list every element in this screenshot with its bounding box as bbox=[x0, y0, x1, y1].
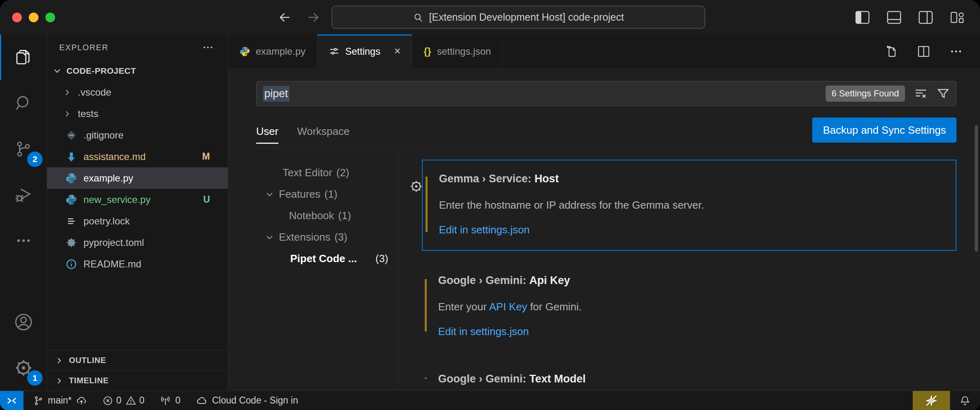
toc-features[interactable]: Features (1) bbox=[228, 184, 398, 205]
cloud-icon bbox=[196, 395, 208, 407]
activity-more[interactable] bbox=[0, 218, 47, 263]
minimize-window-button[interactable] bbox=[29, 13, 39, 22]
tree-item-vscode[interactable]: .vscode bbox=[47, 81, 228, 103]
search-icon bbox=[413, 12, 424, 23]
activity-search[interactable] bbox=[0, 80, 47, 126]
zoom-window-button[interactable] bbox=[45, 13, 55, 22]
debug-icon bbox=[14, 186, 33, 204]
tree-item-pyproject-toml[interactable]: pyproject.toml bbox=[47, 232, 228, 253]
toggle-panel-icon[interactable] bbox=[887, 11, 901, 24]
cloud-code-status-item[interactable]: Cloud Code - Sign in bbox=[196, 395, 298, 407]
tree-item-tests[interactable]: tests bbox=[47, 103, 228, 124]
results-count-badge: 6 Settings Found bbox=[826, 85, 905, 102]
edit-in-settings-json-link[interactable]: Edit in settings.json bbox=[439, 224, 944, 236]
scrollbar-thumb[interactable] bbox=[975, 125, 978, 252]
setting-gear-icon[interactable] bbox=[409, 179, 424, 194]
timeline-section[interactable]: TIMELINE bbox=[47, 370, 228, 391]
activity-run-debug[interactable] bbox=[0, 172, 47, 218]
forward-arrow-icon[interactable] bbox=[306, 11, 320, 24]
errors-icon bbox=[103, 395, 113, 406]
chevron-down-icon bbox=[52, 66, 62, 76]
title-bar: [Extension Development Host] code-projec… bbox=[0, 0, 980, 34]
toc-pipet-code[interactable]: Pipet Code ... (3) bbox=[228, 248, 398, 269]
open-settings-json-icon[interactable] bbox=[884, 44, 898, 59]
settings-sliders-icon bbox=[329, 46, 340, 57]
notifications-status-item[interactable] bbox=[950, 391, 980, 410]
explorer-title: EXPLORER bbox=[59, 43, 109, 52]
markdown-icon bbox=[66, 151, 77, 162]
vscode-window: [Extension Development Host] code-projec… bbox=[0, 0, 980, 410]
outline-section[interactable]: OUTLINE bbox=[47, 350, 228, 370]
git-status-badge: M bbox=[202, 151, 210, 162]
git-status-badge: U bbox=[203, 194, 210, 205]
edit-in-settings-json-link[interactable]: Edit in settings.json bbox=[438, 325, 944, 338]
filter-icon[interactable] bbox=[937, 87, 950, 100]
activity-source-control[interactable]: 2 bbox=[0, 126, 47, 172]
clear-search-icon[interactable] bbox=[914, 87, 928, 100]
info-icon bbox=[66, 258, 77, 270]
tab-settings[interactable]: Settings × bbox=[317, 34, 413, 68]
editor-group: example.py Settings × {} settings.json bbox=[228, 34, 980, 391]
api-key-link[interactable]: API Key bbox=[489, 301, 527, 313]
toggle-secondary-sidebar-icon[interactable] bbox=[918, 11, 933, 24]
modified-indicator bbox=[425, 378, 427, 379]
more-actions-icon[interactable] bbox=[949, 45, 963, 58]
publish-changes-icon bbox=[76, 395, 87, 406]
setting-gemini-api-key[interactable]: Google › Gemini: Api Key Enter your API … bbox=[422, 263, 956, 349]
settings-editor: pipet 6 Settings Found Use bbox=[228, 68, 980, 391]
toc-notebook[interactable]: Notebook (1) bbox=[228, 205, 398, 226]
settings-list: Gemma › Service: Host Enter the hostname… bbox=[398, 147, 980, 391]
tree-item-readme-md[interactable]: README.md bbox=[47, 253, 228, 275]
customize-layout-icon[interactable] bbox=[950, 11, 965, 24]
backup-sync-button[interactable]: Backup and Sync Settings bbox=[812, 117, 956, 143]
settings-search-input[interactable]: pipet 6 Settings Found bbox=[256, 81, 956, 106]
activity-account[interactable] bbox=[0, 299, 47, 345]
close-icon[interactable]: × bbox=[394, 45, 400, 58]
setting-gemma-host[interactable]: Gemma › Service: Host Enter the hostname… bbox=[422, 160, 956, 251]
tree-item-example-py[interactable]: example.py bbox=[47, 167, 228, 189]
tree-item-assistance-md[interactable]: assistance.md M bbox=[47, 146, 228, 167]
toc-extensions[interactable]: Extensions (3) bbox=[228, 226, 398, 248]
python-icon bbox=[66, 194, 77, 205]
chevron-right-icon bbox=[62, 109, 72, 119]
back-arrow-icon[interactable] bbox=[278, 11, 292, 24]
tab-example-py[interactable]: example.py bbox=[228, 34, 317, 68]
scope-user[interactable]: User bbox=[256, 116, 278, 147]
explorer-more-icon[interactable] bbox=[202, 41, 214, 53]
toggle-primary-sidebar-icon[interactable] bbox=[855, 11, 870, 24]
close-window-button[interactable] bbox=[12, 13, 22, 22]
tab-bar: example.py Settings × {} settings.json bbox=[228, 34, 980, 68]
explorer-sidebar: EXPLORER CODE-PROJECT .vscode bbox=[47, 34, 228, 391]
setting-gemini-text-model[interactable]: Google › Gemini: Text Model bbox=[422, 361, 956, 391]
problems-status-item[interactable]: 0 0 bbox=[103, 395, 145, 406]
explorer-root-folder[interactable]: CODE-PROJECT bbox=[47, 60, 228, 81]
json-icon: {} bbox=[424, 46, 431, 57]
command-center[interactable]: [Extension Development Host] code-projec… bbox=[332, 6, 705, 29]
ports-status-item[interactable]: 0 bbox=[160, 395, 180, 406]
chevron-down-icon bbox=[264, 189, 275, 200]
modified-indicator bbox=[426, 177, 428, 232]
status-bar: main* 0 0 bbox=[0, 391, 980, 410]
tab-label: settings.json bbox=[437, 46, 491, 57]
traffic-lights bbox=[12, 13, 55, 22]
git-branch-icon bbox=[33, 395, 44, 406]
scm-badge: 2 bbox=[27, 152, 43, 167]
tree-item-gitignore[interactable]: .gitignore bbox=[47, 124, 228, 146]
scope-workspace[interactable]: Workspace bbox=[297, 116, 350, 147]
remote-indicator[interactable] bbox=[0, 391, 24, 410]
activity-settings[interactable]: 1 bbox=[0, 345, 47, 391]
activity-bar: 2 bbox=[0, 34, 47, 391]
branch-status-item[interactable]: main* bbox=[33, 395, 87, 406]
activity-explorer[interactable] bbox=[0, 34, 47, 80]
search-icon bbox=[14, 94, 33, 113]
tree-item-poetry-lock[interactable]: poetry.lock bbox=[47, 210, 228, 232]
modified-indicator bbox=[425, 279, 427, 331]
ai-disabled-status-item[interactable] bbox=[913, 391, 950, 410]
tree-item-new-service-py[interactable]: new_service.py U bbox=[47, 189, 228, 210]
tab-settings-json[interactable]: {} settings.json bbox=[412, 34, 503, 68]
toc-text-editor[interactable]: Text Editor (2) bbox=[228, 162, 398, 184]
tab-label: example.py bbox=[256, 46, 306, 57]
split-editor-icon[interactable] bbox=[917, 45, 931, 58]
git-file-icon bbox=[66, 130, 77, 141]
toml-gear-icon bbox=[66, 237, 77, 248]
